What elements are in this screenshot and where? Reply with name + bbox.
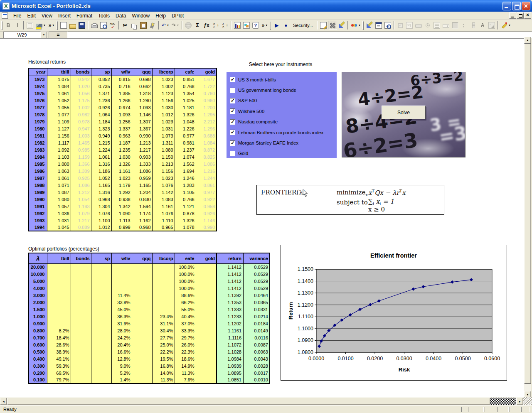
opt-cell[interactable] — [47, 270, 71, 278]
variance-cell[interactable]: 0.0116 — [243, 334, 270, 341]
opt-cell[interactable]: 26.0% — [175, 341, 196, 348]
hist-cell[interactable]: 1.023 — [152, 76, 175, 83]
solve-button[interactable]: Solve — [382, 106, 426, 119]
opt-cell[interactable]: 28.6% — [47, 341, 71, 348]
opt-cell[interactable] — [71, 299, 91, 306]
menu-tools[interactable]: Tools — [95, 12, 113, 19]
hist-cell[interactable]: 0.999 — [111, 224, 132, 231]
hist-cell[interactable]: 1.064 — [91, 111, 111, 118]
year-cell[interactable]: 1983 — [29, 146, 47, 153]
opt-cell[interactable] — [91, 299, 111, 306]
return-cell[interactable]: 1.1412 — [217, 270, 243, 278]
year-cell[interactable]: 1974 — [29, 83, 47, 90]
hist-cell[interactable]: 0.688 — [196, 132, 217, 139]
hist-cell[interactable]: 0.716 — [111, 83, 132, 90]
opt-cell[interactable] — [196, 327, 217, 334]
opt-cell[interactable] — [152, 263, 175, 270]
hist-cell[interactable]: 1.235 — [111, 146, 132, 153]
year-cell[interactable]: 1985 — [29, 160, 47, 167]
hist-cell[interactable]: 1.224 — [91, 146, 111, 153]
hist-cell[interactable]: 0.903 — [132, 153, 152, 160]
opt-cell[interactable] — [47, 299, 71, 306]
hist-cell[interactable]: 0.958 — [196, 203, 217, 210]
hist-cell[interactable]: 1.159 — [71, 153, 91, 160]
cut-button[interactable]: ✂ — [121, 21, 130, 30]
sort-ascending-button[interactable] — [211, 21, 220, 30]
hist-cell[interactable]: 1.080 — [47, 196, 71, 203]
opt-cell[interactable]: 20.4% — [111, 341, 132, 348]
opt-cell[interactable] — [132, 263, 152, 270]
variance-cell[interactable]: 0.0087 — [243, 341, 270, 348]
name-box-dropdown[interactable]: ▼ — [41, 32, 47, 38]
hist-cell[interactable]: 1.161 — [152, 203, 175, 210]
hist-cell[interactable]: 1.354 — [175, 90, 196, 97]
hist-cell[interactable]: 1.113 — [111, 217, 132, 224]
opt-cell[interactable]: 100.0% — [175, 278, 196, 285]
opt-cell[interactable]: 36.3% — [111, 313, 132, 320]
return-cell[interactable]: 1.0895 — [217, 369, 243, 376]
properties-button[interactable] — [374, 21, 383, 30]
opt-cell[interactable] — [91, 263, 111, 270]
year-cell[interactable]: 1984 — [29, 153, 47, 160]
variance-cell[interactable]: 0.0529 — [243, 285, 270, 292]
hist-cell[interactable]: 1.020 — [71, 83, 91, 90]
lambda-cell[interactable]: 2.000 — [29, 299, 47, 306]
opt-cell[interactable]: 18.6% — [175, 355, 196, 362]
hist-cell[interactable]: 1.146 — [132, 111, 152, 118]
opt-cell[interactable] — [152, 292, 175, 299]
hist-cell[interactable]: 0.878 — [175, 210, 196, 217]
opt-cell[interactable]: 100.0% — [175, 270, 196, 278]
opt-cell[interactable] — [196, 285, 217, 292]
hist-cell[interactable]: 1.012 — [91, 224, 111, 231]
lambda-cell[interactable]: 10.000 — [29, 270, 47, 278]
hist-cell[interactable]: 1.175 — [71, 97, 91, 104]
hist-cell[interactable]: 1.121 — [175, 203, 196, 210]
instrument-checkbox-2[interactable] — [230, 98, 235, 103]
opt-cell[interactable] — [132, 320, 152, 327]
hist-cell[interactable]: 1.156 — [47, 132, 71, 139]
opt-cell[interactable]: 7.6% — [175, 376, 196, 384]
hist-cell[interactable]: 1.076 — [152, 210, 175, 217]
hist-cell[interactable]: 1.367 — [132, 125, 152, 132]
return-cell[interactable]: 1.1333 — [217, 306, 243, 313]
opt-cell[interactable] — [152, 278, 175, 285]
opt-cell[interactable]: 14.9% — [175, 362, 196, 369]
lambda-cell[interactable]: 0.300 — [29, 362, 47, 369]
opt-cell[interactable] — [196, 292, 217, 299]
hist-cell[interactable]: 0.768 — [175, 83, 196, 90]
hist-cell[interactable]: 0.662 — [132, 83, 152, 90]
return-cell[interactable]: 1.1161 — [217, 327, 243, 334]
hist-cell[interactable]: 1.217 — [132, 146, 152, 153]
opt-cell[interactable] — [196, 263, 217, 270]
hist-cell[interactable]: 1.162 — [132, 217, 152, 224]
opt-cell[interactable]: 100.0% — [175, 285, 196, 292]
hist-cell[interactable]: 1.304 — [91, 203, 111, 210]
hist-cell[interactable]: 1.280 — [132, 97, 152, 104]
year-cell[interactable]: 1977 — [29, 104, 47, 111]
opt-cell[interactable] — [132, 306, 152, 313]
hist-cell[interactable]: 1.093 — [111, 111, 132, 118]
hist-cell[interactable]: 0.925 — [71, 175, 91, 182]
opt-cell[interactable] — [91, 320, 111, 327]
hist-cell[interactable]: 1.110 — [152, 217, 175, 224]
lambda-cell[interactable]: 0.900 — [29, 320, 47, 327]
hist-cell[interactable]: 1.087 — [47, 189, 71, 196]
year-cell[interactable]: 1980 — [29, 125, 47, 132]
hist-cell[interactable]: 1.142 — [152, 189, 175, 196]
design-mode-button[interactable] — [337, 21, 346, 30]
opt-cell[interactable]: 59.3% — [47, 362, 71, 369]
opt-cell[interactable] — [71, 376, 91, 384]
opt-cell[interactable] — [47, 285, 71, 292]
opt-cell[interactable]: 31.1% — [152, 320, 175, 327]
hist-cell[interactable]: 1.465 — [71, 139, 91, 146]
hist-cell[interactable]: 1.061 — [47, 90, 71, 97]
minimize-button[interactable] — [502, 2, 511, 10]
hist-cell[interactable]: 0.942 — [71, 76, 91, 83]
horizontal-scroll-thumb[interactable] — [7, 398, 490, 405]
opt-cell[interactable] — [111, 278, 132, 285]
menu-window[interactable]: Window — [129, 12, 153, 19]
opt-cell[interactable]: 25.0% — [152, 341, 175, 348]
hist-cell[interactable]: 1.562 — [175, 160, 196, 167]
toolbar-options-2-dropdown[interactable]: ▼ — [265, 24, 268, 27]
opt-cell[interactable] — [196, 278, 217, 285]
